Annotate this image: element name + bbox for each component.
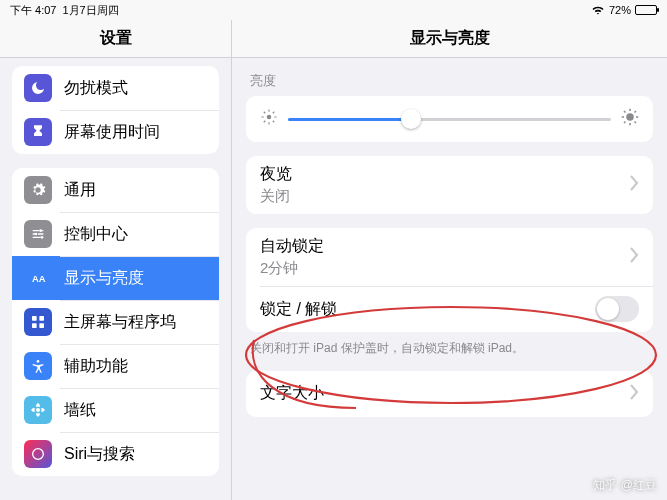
svg-rect-6 <box>32 323 37 328</box>
sidebar-item-display[interactable]: AA 显示与亮度 <box>12 256 219 300</box>
text-size-title: 文字大小 <box>260 383 629 404</box>
svg-line-25 <box>624 111 626 113</box>
chevron-right-icon <box>629 175 639 195</box>
svg-point-11 <box>267 115 272 120</box>
svg-point-10 <box>33 449 44 460</box>
svg-line-26 <box>635 122 637 124</box>
sidebar-item-screentime[interactable]: 屏幕使用时间 <box>12 110 219 154</box>
sidebar-item-wallpaper[interactable]: 墙纸 <box>12 388 219 432</box>
chevron-right-icon <box>629 247 639 267</box>
svg-point-8 <box>37 360 40 363</box>
svg-line-28 <box>635 111 637 113</box>
sidebar-item-label: 通用 <box>64 180 96 201</box>
svg-rect-5 <box>39 316 44 321</box>
night-shift-value: 关闭 <box>260 187 629 206</box>
sidebar-item-label: Siri与搜索 <box>64 444 135 465</box>
night-shift-title: 夜览 <box>260 164 629 185</box>
lock-unlock-footnote: 关闭和打开 iPad 保护盖时，自动锁定和解锁 iPad。 <box>250 340 649 357</box>
sidebar-item-control-center[interactable]: 控制中心 <box>12 212 219 256</box>
sidebar-item-label: 主屏幕与程序坞 <box>64 312 176 333</box>
brightness-row <box>246 96 653 142</box>
sun-large-icon <box>621 108 639 130</box>
status-bar: 下午 4:07 1月7日周四 72% <box>0 0 667 20</box>
auto-lock-value: 2分钟 <box>260 259 629 278</box>
auto-lock-row[interactable]: 自动锁定 2分钟 <box>246 228 653 286</box>
svg-line-27 <box>624 122 626 124</box>
header-settings-title: 设置 <box>0 20 232 57</box>
sliders-icon <box>24 220 52 248</box>
text-size-row[interactable]: 文字大小 <box>246 371 653 417</box>
sidebar-item-label: 辅助功能 <box>64 356 128 377</box>
auto-lock-title: 自动锁定 <box>260 236 629 257</box>
sidebar-item-label: 勿扰模式 <box>64 78 128 99</box>
sidebar-item-label: 控制中心 <box>64 224 128 245</box>
svg-point-9 <box>36 408 40 412</box>
battery-pct: 72% <box>609 4 631 16</box>
siri-icon <box>24 440 52 468</box>
svg-line-19 <box>273 112 275 114</box>
svg-line-18 <box>264 121 266 123</box>
header-detail-title: 显示与亮度 <box>232 20 667 57</box>
sidebar-item-general[interactable]: 通用 <box>12 168 219 212</box>
moon-icon <box>24 74 52 102</box>
hourglass-icon <box>24 118 52 146</box>
flower-icon <box>24 396 52 424</box>
battery-icon <box>635 5 657 15</box>
accessibility-icon <box>24 352 52 380</box>
gear-icon <box>24 176 52 204</box>
lock-unlock-switch[interactable] <box>595 296 639 322</box>
sun-small-icon <box>260 108 278 130</box>
lock-unlock-row: 锁定 / 解锁 <box>246 286 653 332</box>
svg-point-1 <box>35 233 38 236</box>
settings-sidebar: 勿扰模式 屏幕使用时间 通用 控制中心 <box>0 58 232 500</box>
svg-text:AA: AA <box>32 274 46 284</box>
night-shift-row[interactable]: 夜览 关闭 <box>246 156 653 214</box>
sidebar-item-accessibility[interactable]: 辅助功能 <box>12 344 219 388</box>
svg-line-16 <box>264 112 266 114</box>
svg-line-17 <box>273 121 275 123</box>
status-date: 1月7日周四 <box>62 3 118 18</box>
grid-icon <box>24 308 52 336</box>
sidebar-item-homescreen[interactable]: 主屏幕与程序坞 <box>12 300 219 344</box>
sidebar-item-dnd[interactable]: 勿扰模式 <box>12 66 219 110</box>
brightness-label: 亮度 <box>250 72 649 90</box>
svg-rect-4 <box>32 316 37 321</box>
header-bar: 设置 显示与亮度 <box>0 20 667 58</box>
wifi-icon <box>591 5 605 15</box>
brightness-slider[interactable] <box>288 109 611 129</box>
status-time: 下午 4:07 <box>10 3 56 18</box>
sidebar-item-label: 屏幕使用时间 <box>64 122 160 143</box>
sidebar-item-label: 墙纸 <box>64 400 96 421</box>
svg-point-2 <box>41 236 44 239</box>
lock-unlock-title: 锁定 / 解锁 <box>260 299 595 320</box>
svg-rect-7 <box>39 323 44 328</box>
text-size-icon: AA <box>24 264 52 292</box>
svg-point-0 <box>39 229 42 232</box>
sidebar-item-siri[interactable]: Siri与搜索 <box>12 432 219 476</box>
chevron-right-icon <box>629 384 639 404</box>
detail-pane: 亮度 夜览 关闭 <box>232 58 667 500</box>
svg-point-20 <box>626 113 634 121</box>
sidebar-item-label: 显示与亮度 <box>64 268 144 289</box>
